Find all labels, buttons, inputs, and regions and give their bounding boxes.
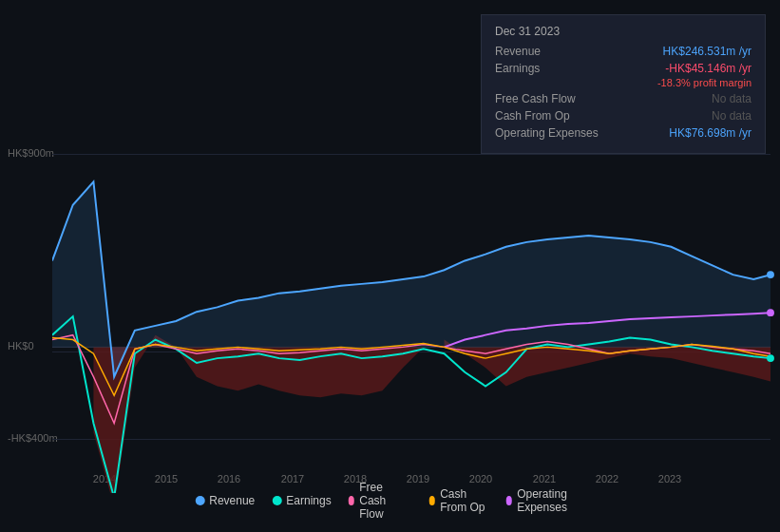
- tooltip-label-revenue: Revenue: [495, 45, 599, 58]
- profit-margin-value: -18.3% profit margin: [657, 77, 751, 88]
- x-label-2022: 2022: [596, 473, 618, 484]
- tooltip-value-earnings: -HK$45.146m /yr: [665, 62, 751, 75]
- tooltip-label-fcf: Free Cash Flow: [495, 92, 599, 105]
- x-label-2015: 2015: [155, 473, 178, 484]
- y-label-bot: -HK$400m: [8, 432, 58, 444]
- tooltip-label-opex: Operating Expenses: [495, 126, 599, 140]
- legend-revenue[interactable]: Revenue: [195, 494, 255, 507]
- tooltip-row-opex: Operating Expenses HK$76.698m /yr: [495, 126, 751, 140]
- y-label-top: HK$900m: [8, 147, 54, 159]
- tooltip-row-cashop: Cash From Op No data: [495, 109, 751, 123]
- legend-dot-fcf: [349, 496, 355, 505]
- tooltip-row-fcf: Free Cash Flow No data: [495, 92, 751, 105]
- y-label-mid: HK$0: [8, 340, 34, 352]
- legend-opex[interactable]: Operating Expenses: [506, 487, 585, 514]
- legend-dot-opex: [506, 496, 513, 505]
- tooltip-value-fcf: No data: [712, 92, 751, 105]
- tooltip-row-revenue: Revenue HK$246.531m /yr: [495, 45, 751, 58]
- profit-margin: -18.3% profit margin: [495, 77, 751, 88]
- legend-dot-earnings: [272, 496, 281, 505]
- tooltip-box: Dec 31 2023 Revenue HK$246.531m /yr Earn…: [481, 14, 766, 154]
- legend-label-earnings: Earnings: [286, 494, 331, 507]
- legend-fcf[interactable]: Free Cash Flow: [349, 481, 412, 521]
- tooltip-value-revenue: HK$246.531m /yr: [663, 45, 751, 58]
- tooltip-row-earnings: Earnings -HK$45.146m /yr: [495, 62, 751, 75]
- legend-dot-revenue: [195, 496, 204, 505]
- revenue-end-dot: [767, 271, 774, 278]
- tooltip-label-earnings: Earnings: [495, 62, 599, 75]
- chart-container: Dec 31 2023 Revenue HK$246.531m /yr Earn…: [0, 0, 780, 532]
- chart-svg: [52, 154, 770, 446]
- tooltip-value-cashop: No data: [712, 109, 751, 123]
- legend-dot-cashop: [429, 496, 436, 505]
- earnings-end-dot: [767, 354, 774, 362]
- legend: Revenue Earnings Free Cash Flow Cash Fro…: [195, 481, 585, 521]
- legend-label-fcf: Free Cash Flow: [359, 481, 411, 521]
- legend-earnings[interactable]: Earnings: [272, 494, 331, 507]
- tooltip-title: Dec 31 2023: [495, 25, 751, 38]
- opex-end-dot: [767, 309, 774, 316]
- tooltip-label-cashop: Cash From Op: [495, 109, 599, 123]
- tooltip-value-opex: HK$76.698m /yr: [669, 126, 751, 140]
- x-label-2023: 2023: [658, 473, 681, 484]
- legend-label-revenue: Revenue: [209, 494, 255, 507]
- legend-cashop[interactable]: Cash From Op: [429, 487, 489, 514]
- legend-label-cashop: Cash From Op: [440, 487, 488, 514]
- legend-label-opex: Operating Expenses: [517, 487, 585, 514]
